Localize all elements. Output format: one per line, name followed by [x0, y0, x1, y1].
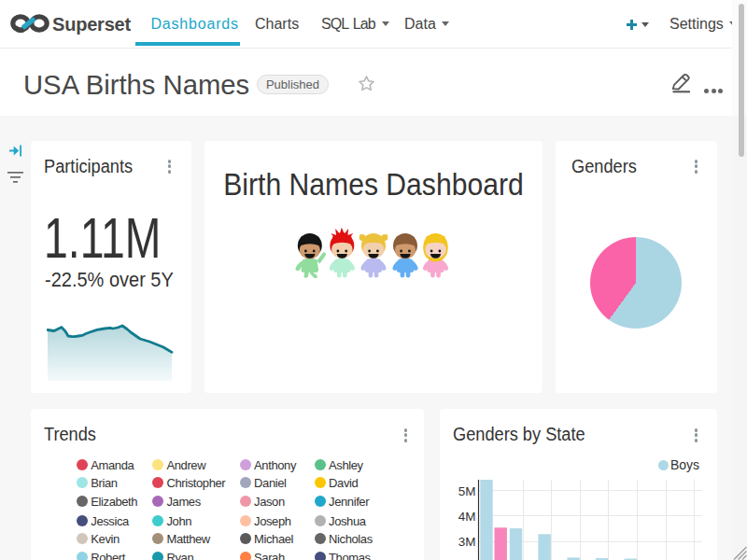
- svg-text:3M: 3M: [458, 535, 476, 549]
- svg-text:4M: 4M: [458, 510, 476, 524]
- svg-text:5M: 5M: [458, 484, 476, 498]
